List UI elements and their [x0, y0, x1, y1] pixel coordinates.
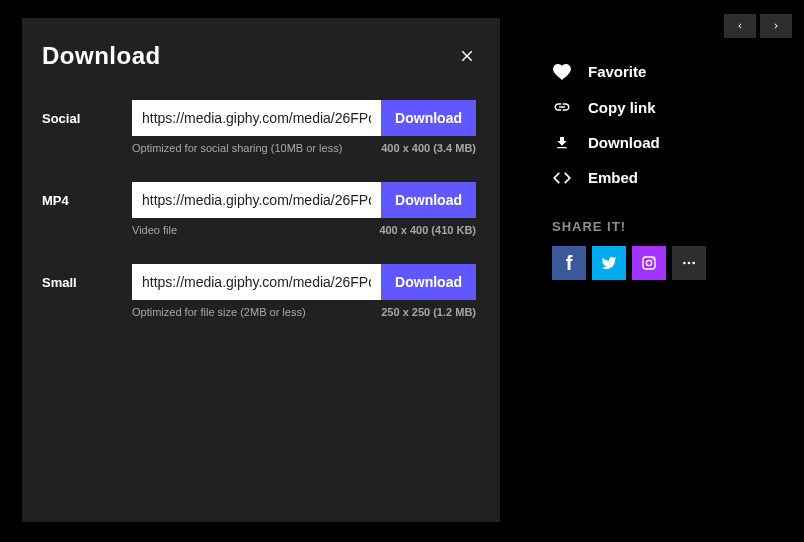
embed-icon: [552, 171, 572, 185]
share-twitter-button[interactable]: [592, 246, 626, 280]
download-row-social: Social Download: [38, 100, 476, 136]
row-meta: 400 x 400 (3.4 MB): [381, 142, 476, 154]
svg-point-4: [688, 262, 691, 265]
instagram-icon: [641, 255, 657, 271]
favorite-label: Favorite: [588, 63, 646, 80]
svg-point-3: [683, 262, 686, 265]
copy-link-action[interactable]: Copy link: [552, 89, 772, 125]
share-instagram-button[interactable]: [632, 246, 666, 280]
row-meta: 250 x 250 (1.2 MB): [381, 306, 476, 318]
share-title: SHARE IT!: [552, 219, 772, 234]
chevron-left-icon: [735, 21, 745, 31]
next-button[interactable]: [760, 14, 792, 38]
ellipsis-icon: [681, 255, 697, 271]
download-button-social[interactable]: Download: [381, 100, 476, 136]
chevron-right-icon: [771, 21, 781, 31]
favorite-action[interactable]: Favorite: [552, 54, 772, 89]
svg-point-5: [692, 262, 695, 265]
download-action[interactable]: Download: [552, 125, 772, 160]
download-icon: [552, 135, 572, 151]
download-button-mp4[interactable]: Download: [381, 182, 476, 218]
svg-point-1: [646, 260, 651, 265]
row-label: MP4: [38, 193, 132, 208]
download-button-small[interactable]: Download: [381, 264, 476, 300]
row-desc: Video file: [132, 224, 177, 236]
modal-title: Download: [42, 42, 161, 70]
share-more-button[interactable]: [672, 246, 706, 280]
download-modal: Download Social Download Optimized for s…: [22, 18, 500, 522]
url-input-small[interactable]: [132, 264, 381, 300]
prev-button[interactable]: [724, 14, 756, 38]
copy-link-label: Copy link: [588, 99, 656, 116]
side-panel: Favorite Copy link Download Embed: [552, 0, 772, 542]
download-row-small: Small Download: [38, 264, 476, 300]
download-label: Download: [588, 134, 660, 151]
row-label: Small: [38, 275, 132, 290]
row-desc: Optimized for file size (2MB or less): [132, 306, 306, 318]
svg-point-2: [652, 259, 654, 261]
row-meta: 400 x 400 (410 KB): [379, 224, 476, 236]
download-row-mp4: MP4 Download: [38, 182, 476, 218]
url-input-mp4[interactable]: [132, 182, 381, 218]
heart-icon: [552, 64, 572, 80]
embed-action[interactable]: Embed: [552, 160, 772, 195]
link-icon: [552, 98, 572, 116]
row-label: Social: [38, 111, 132, 126]
share-facebook-button[interactable]: f: [552, 246, 586, 280]
close-icon[interactable]: [458, 47, 476, 65]
twitter-icon: [601, 255, 617, 271]
embed-label: Embed: [588, 169, 638, 186]
facebook-icon: f: [566, 252, 573, 275]
url-input-social[interactable]: [132, 100, 381, 136]
row-desc: Optimized for social sharing (10MB or le…: [132, 142, 342, 154]
